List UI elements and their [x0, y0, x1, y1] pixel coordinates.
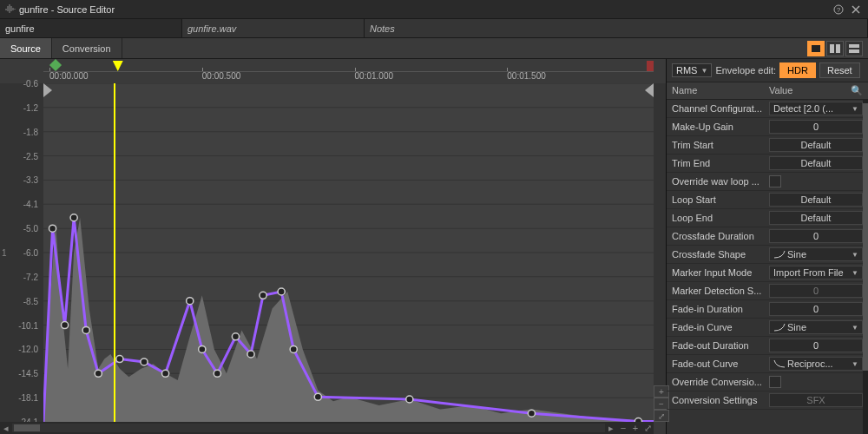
- scroll-left-button[interactable]: ◂: [0, 422, 12, 434]
- tab-conversion[interactable]: Conversion: [52, 38, 122, 58]
- property-name: Marker Input Mode: [672, 267, 769, 278]
- window-title: gunfire - Source Editor: [19, 4, 828, 15]
- svg-point-37: [187, 298, 194, 305]
- property-row: Trim StartDefault: [667, 136, 868, 155]
- db-tick: -18.1: [18, 393, 38, 403]
- property-value[interactable]: 0: [769, 120, 863, 134]
- svg-rect-13: [849, 49, 859, 53]
- property-value[interactable]: 0: [769, 302, 863, 316]
- svg-point-33: [95, 370, 102, 377]
- range-start-marker-icon[interactable]: [43, 83, 52, 97]
- property-row: Crossfade Duration0: [667, 227, 868, 246]
- property-curve-dropdown[interactable]: Reciproc...▼: [769, 357, 863, 371]
- svg-point-34: [116, 356, 123, 363]
- property-row: Loop StartDefault: [667, 191, 868, 209]
- column-value: Value: [769, 85, 851, 96]
- waveform-chart[interactable]: [43, 83, 654, 422]
- property-curve-dropdown[interactable]: Sine▼: [769, 320, 863, 334]
- property-row: Crossfade ShapeSine▼: [667, 246, 868, 264]
- svg-point-39: [214, 370, 220, 377]
- property-name: Make-Up Gain: [672, 122, 769, 132]
- playhead-handle-icon[interactable]: [49, 59, 62, 71]
- svg-rect-11: [836, 44, 840, 53]
- db-tick: -10.1: [18, 320, 38, 330]
- properties-toolbar: RMS▼ Envelope edit: HDR Reset: [667, 59, 868, 82]
- property-header: Name Value 🔍: [667, 82, 868, 100]
- peak-mode-dropdown[interactable]: RMS▼: [672, 63, 712, 77]
- zoom-out-horiz-button[interactable]: −: [617, 422, 629, 434]
- range-end-marker-icon[interactable]: [645, 83, 654, 97]
- db-tick: -4.1: [23, 200, 38, 209]
- property-name: Crossfade Duration: [672, 231, 769, 241]
- source-file-field[interactable]: gunfire.wav: [182, 19, 365, 37]
- db-tick: -1.2: [23, 102, 38, 112]
- property-name: Loop End: [672, 213, 769, 223]
- db-tick: -6.0: [23, 248, 38, 258]
- property-dropdown[interactable]: Detect [2.0 (...▼: [769, 102, 863, 115]
- svg-point-31: [70, 214, 77, 221]
- property-checkbox[interactable]: [769, 376, 781, 388]
- property-row: Fade-out Duration0: [667, 337, 868, 355]
- db-tick: -0.6: [23, 79, 38, 89]
- search-icon[interactable]: 🔍: [851, 85, 863, 96]
- db-tick: -5.0: [23, 224, 38, 233]
- property-row: Fade-in CurveSine▼: [667, 319, 868, 337]
- svg-point-38: [199, 345, 206, 352]
- zoom-fit-horiz-button[interactable]: ⤢: [641, 422, 654, 434]
- vscroll-track[interactable]: [654, 83, 666, 385]
- property-value[interactable]: SFX: [769, 393, 863, 407]
- source-name-field[interactable]: gunfire: [0, 19, 182, 37]
- property-value[interactable]: Default: [769, 211, 863, 225]
- hscroll-thumb[interactable]: [14, 424, 40, 431]
- property-name: Conversion Settings: [672, 395, 769, 405]
- svg-point-42: [260, 292, 266, 299]
- property-row: Override Conversio...: [667, 373, 868, 391]
- property-curve-dropdown[interactable]: Sine▼: [769, 247, 863, 261]
- property-row: Fade-out CurveReciproc...▼: [667, 355, 868, 373]
- hdr-toggle-button[interactable]: HDR: [779, 62, 816, 78]
- db-tick: -12.0: [18, 345, 38, 354]
- time-tick: 00:01.500: [507, 71, 546, 81]
- channel-label: 1: [2, 248, 7, 258]
- property-name: Marker Detection S...: [672, 286, 769, 296]
- property-row: Trim EndDefault: [667, 155, 868, 173]
- timeline-ruler[interactable]: 00:00.000 00:00.500 00:01.000 00:01.500: [43, 59, 654, 83]
- tab-source[interactable]: Source: [0, 38, 52, 58]
- svg-point-35: [141, 358, 148, 365]
- close-icon[interactable]: [849, 3, 863, 16]
- svg-rect-10: [830, 44, 834, 53]
- reset-button[interactable]: Reset: [819, 62, 860, 78]
- property-name: Crossfade Shape: [672, 249, 769, 260]
- property-name: Loop Start: [672, 194, 769, 205]
- column-name: Name: [672, 85, 769, 96]
- view-single-button[interactable]: [807, 41, 825, 56]
- view-split-h-button[interactable]: [845, 41, 863, 56]
- horizontal-scroll-bar: ◂ ▸ − + ⤢: [0, 422, 654, 434]
- property-value[interactable]: Default: [769, 156, 863, 170]
- end-marker-icon[interactable]: [647, 61, 654, 71]
- svg-point-40: [232, 333, 239, 340]
- svg-point-47: [528, 410, 535, 417]
- playhead-line[interactable]: [114, 83, 115, 422]
- db-tick: -3.3: [23, 175, 38, 185]
- property-value[interactable]: 0: [769, 339, 863, 352]
- svg-point-46: [406, 396, 413, 403]
- property-value[interactable]: 0: [769, 284, 863, 298]
- property-value[interactable]: Default: [769, 138, 863, 152]
- property-value[interactable]: Default: [769, 193, 863, 207]
- view-split-v-button[interactable]: [826, 41, 844, 56]
- help-icon[interactable]: ?: [832, 3, 845, 16]
- db-tick: -7.2: [23, 272, 38, 281]
- notes-field[interactable]: Notes: [365, 19, 868, 37]
- zoom-in-horiz-button[interactable]: +: [629, 422, 641, 434]
- loop-marker-icon[interactable]: [113, 61, 123, 71]
- property-name: Fade-out Duration: [672, 340, 769, 351]
- db-tick: -8.5: [23, 296, 38, 306]
- property-checkbox[interactable]: [769, 175, 781, 187]
- property-row: Make-Up Gain0: [667, 118, 868, 136]
- scroll-right-button[interactable]: ▸: [605, 422, 617, 434]
- property-dropdown[interactable]: Import From File▼: [769, 266, 863, 279]
- property-value[interactable]: 0: [769, 229, 863, 243]
- properties-scrollbar[interactable]: [863, 100, 868, 434]
- hscroll-track[interactable]: [12, 424, 605, 432]
